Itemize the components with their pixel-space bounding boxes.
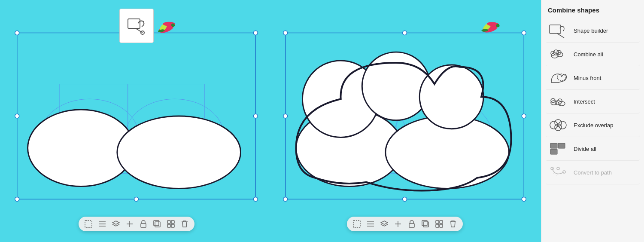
shape-builder-label: Shape builder <box>574 28 608 34</box>
right-canvas-frame <box>273 6 537 217</box>
svg-point-80 <box>557 74 566 81</box>
toolbar-delete-btn[interactable] <box>180 219 189 229</box>
panel-item-divide-all[interactable]: Divide all <box>546 137 640 161</box>
panel-title: Combine shapes <box>546 6 640 14</box>
svg-point-40 <box>403 31 407 35</box>
svg-point-87 <box>555 119 562 126</box>
exclude-overlap-label: Exclude overlap <box>574 122 614 129</box>
right-toolbar-duplicate-btn[interactable] <box>421 219 430 229</box>
svg-point-41 <box>522 31 526 35</box>
shape-builder-icon-box <box>119 9 154 43</box>
svg-rect-32 <box>155 222 160 227</box>
svg-point-6 <box>15 114 19 118</box>
svg-point-86 <box>550 121 558 129</box>
svg-point-89 <box>559 121 566 129</box>
svg-point-16 <box>117 116 241 189</box>
svg-rect-34 <box>167 221 170 224</box>
toolbar-duplicate-btn[interactable] <box>152 219 162 229</box>
svg-point-45 <box>403 197 407 201</box>
panel-item-combine-all[interactable]: Combine all <box>546 43 640 66</box>
toolbar-select-btn[interactable] <box>84 219 93 229</box>
divide-all-icon <box>548 141 568 157</box>
svg-rect-61 <box>353 221 360 227</box>
svg-rect-35 <box>171 221 174 224</box>
svg-rect-0 <box>128 19 140 28</box>
right-toolbar[interactable] <box>347 217 463 231</box>
minus-front-label: Minus front <box>574 75 601 81</box>
svg-rect-73 <box>440 224 443 227</box>
right-panel: Combine shapes Shape builder Combine all <box>541 0 644 242</box>
combine-all-icon <box>548 46 568 62</box>
canvas-area <box>0 0 541 242</box>
svg-rect-92 <box>550 149 557 154</box>
panel-item-exclude-overlap[interactable]: Exclude overlap <box>546 113 640 137</box>
svg-point-44 <box>283 197 288 201</box>
right-toolbar-group-btn[interactable] <box>434 219 444 229</box>
left-toolbar[interactable] <box>79 217 194 231</box>
svg-point-42 <box>283 114 288 118</box>
divide-all-label: Divide all <box>574 146 596 152</box>
svg-rect-68 <box>423 222 428 227</box>
svg-rect-33 <box>154 221 159 226</box>
svg-point-55 <box>419 65 483 129</box>
convert-to-path-label: Convert to path <box>574 169 612 176</box>
exclude-overlap-icon <box>548 117 568 133</box>
panel-item-convert-to-path[interactable]: Convert to path <box>546 161 640 184</box>
svg-rect-67 <box>409 224 414 227</box>
svg-rect-25 <box>85 221 92 227</box>
right-toolbar-lock-btn[interactable] <box>407 219 416 229</box>
svg-point-43 <box>522 114 526 118</box>
right-toolbar-add-btn[interactable] <box>393 219 403 229</box>
svg-point-39 <box>283 31 288 35</box>
svg-point-88 <box>555 124 562 131</box>
svg-rect-71 <box>440 221 443 224</box>
panel-item-intersect[interactable]: Intersect <box>546 90 640 113</box>
svg-rect-37 <box>171 224 174 227</box>
svg-point-5 <box>253 31 258 35</box>
toolbar-align-btn[interactable] <box>97 219 107 229</box>
svg-rect-74 <box>550 25 561 34</box>
svg-point-46 <box>522 197 526 201</box>
panel-item-shape-builder[interactable]: Shape builder <box>546 19 640 43</box>
convert-to-path-icon <box>548 164 568 181</box>
svg-rect-70 <box>436 221 439 224</box>
svg-rect-91 <box>558 143 565 148</box>
toolbar-layers-btn[interactable] <box>111 219 121 229</box>
svg-rect-72 <box>436 224 439 227</box>
toolbar-lock-btn[interactable] <box>139 219 148 229</box>
svg-rect-36 <box>167 224 170 227</box>
svg-point-9 <box>134 197 139 201</box>
right-canvas-panel <box>273 4 537 238</box>
minus-front-icon <box>548 70 568 86</box>
svg-rect-31 <box>141 224 146 227</box>
left-canvas-panel <box>4 4 268 238</box>
right-toolbar-delete-btn[interactable] <box>448 219 458 229</box>
toolbar-add-btn[interactable] <box>125 219 134 229</box>
svg-point-10 <box>253 197 258 201</box>
intersect-label: Intersect <box>574 98 595 105</box>
shape-builder-panel-icon <box>548 22 568 39</box>
svg-point-8 <box>15 197 19 201</box>
svg-point-94 <box>557 167 559 170</box>
svg-point-7 <box>253 114 258 118</box>
svg-rect-69 <box>422 221 427 226</box>
right-toolbar-select-btn[interactable] <box>352 219 361 229</box>
combine-all-label: Combine all <box>574 51 603 58</box>
right-toolbar-align-btn[interactable] <box>366 219 375 229</box>
svg-point-3 <box>15 31 19 35</box>
intersect-icon <box>548 93 568 110</box>
toolbar-group-btn[interactable] <box>166 219 176 229</box>
svg-rect-90 <box>550 143 557 148</box>
right-toolbar-layers-btn[interactable] <box>380 219 389 229</box>
panel-item-minus-front[interactable]: Minus front <box>546 66 640 90</box>
